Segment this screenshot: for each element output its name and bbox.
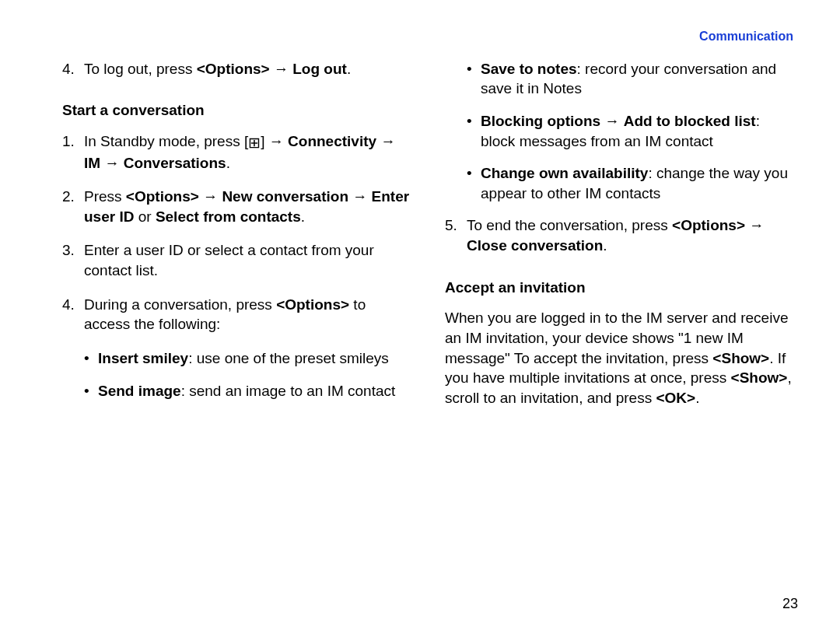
bold: Add to blocked list — [624, 113, 756, 129]
arrow-icon: → — [104, 155, 119, 171]
bold: Connectivity — [288, 133, 376, 149]
step-text: In Standby mode, press [⊞] → Connectivit… — [84, 131, 411, 173]
left-column: 4. To log out, press <Options> → Log out… — [62, 59, 411, 419]
section-header: Communication — [62, 28, 793, 45]
text: . — [603, 237, 607, 254]
bullet-icon: • — [84, 348, 98, 369]
text: . — [695, 390, 699, 406]
bold: <Show> — [712, 350, 769, 366]
bullet-text: Send image: send an image to an IM conta… — [98, 381, 395, 401]
text: . — [301, 208, 305, 225]
bold: Select from contacts — [156, 208, 301, 225]
step-text: Press <Options> → New conversation → Ent… — [84, 187, 411, 226]
step-text: During a conversation, press <Options> t… — [84, 295, 411, 334]
bullet-availability: • Change own availability: change the wa… — [445, 163, 793, 203]
bullet-blocking: • Blocking options → Add to blocked list… — [445, 111, 793, 151]
text: : send an image to an IM contact — [181, 383, 396, 399]
bullet-icon: • — [467, 111, 481, 151]
arrow-icon: → — [274, 61, 289, 77]
step-2: 2. Press <Options> → New conversation → … — [62, 187, 411, 226]
arrow-icon: → — [269, 133, 284, 149]
arrow-icon: → — [352, 188, 367, 205]
text: In Standby mode, press [ — [84, 133, 248, 149]
bullet-insert-smiley: • Insert smiley: use one of the preset s… — [62, 348, 411, 369]
text: ] — [261, 133, 269, 149]
step-5: 5. To end the conversation, press <Optio… — [445, 215, 793, 255]
list-number: 4. — [62, 59, 84, 79]
bold: Close conversation — [467, 237, 603, 254]
text: : use one of the preset smileys — [188, 350, 389, 366]
bold: <OK> — [656, 390, 695, 406]
arrow-icon: → — [380, 133, 395, 149]
bold: Log out — [292, 61, 347, 77]
arrow-icon: → — [749, 217, 764, 233]
menu-key-icon: ⊞ — [248, 133, 261, 153]
list-number: 1. — [62, 131, 84, 173]
text: or — [134, 208, 155, 225]
two-column-layout: 4. To log out, press <Options> → Log out… — [62, 59, 793, 419]
bullet-text: Save to notes: record your conversation … — [481, 59, 793, 99]
text: . — [347, 61, 351, 77]
step-4: 4. During a conversation, press <Options… — [62, 295, 411, 334]
bullet-text: Change own availability: change the way … — [481, 163, 793, 203]
bold: <Show> — [731, 369, 788, 386]
bold: IM — [84, 155, 100, 171]
text: Press — [84, 188, 126, 205]
right-column: • Save to notes: record your conversatio… — [445, 59, 793, 419]
step-1: 1. In Standby mode, press [⊞] → Connecti… — [62, 131, 411, 173]
bold: Conversations — [124, 155, 226, 171]
bullet-send-image: • Send image: send an image to an IM con… — [62, 381, 411, 401]
bold: <Options> — [126, 188, 199, 205]
list-number: 5. — [445, 215, 467, 255]
list-number: 4. — [62, 295, 84, 334]
paragraph-accept: When you are logged in to the IM server … — [445, 308, 793, 408]
bullet-text: Insert smiley: use one of the preset smi… — [98, 348, 389, 369]
bold: <Options> — [276, 296, 349, 313]
step-text: Enter a user ID or select a contact from… — [84, 240, 411, 280]
bold: Save to notes — [481, 61, 577, 77]
arrow-icon: → — [203, 188, 218, 205]
subheading-start-conversation: Start a conversation — [62, 100, 411, 121]
bold: Insert smiley — [98, 350, 188, 366]
bullet-icon: • — [467, 163, 481, 203]
list-number: 3. — [62, 240, 84, 280]
bold: Change own availability — [481, 165, 648, 181]
manual-page: Communication 4. To log out, press <Opti… — [0, 0, 840, 630]
text: To end the conversation, press — [467, 217, 672, 233]
step-text: To end the conversation, press <Options>… — [467, 215, 793, 255]
text: . — [226, 155, 230, 171]
bold: <Options> — [672, 217, 745, 233]
step-text: To log out, press <Options> → Log out. — [84, 59, 411, 79]
bold: Blocking options — [481, 113, 600, 129]
subheading-accept-invitation: Accept an invitation — [445, 278, 793, 298]
bullet-icon: • — [467, 59, 481, 99]
page-number: 23 — [782, 594, 798, 613]
text: During a conversation, press — [84, 296, 276, 313]
bold: Send image — [98, 383, 181, 399]
bold: <Options> — [197, 61, 270, 77]
bullet-save-notes: • Save to notes: record your conversatio… — [445, 59, 793, 99]
bullet-text: Blocking options → Add to blocked list: … — [481, 111, 793, 151]
text: To log out, press — [84, 61, 197, 77]
bold: New conversation — [222, 188, 348, 205]
step-3: 3. Enter a user ID or select a contact f… — [62, 240, 411, 280]
bullet-icon: • — [84, 381, 98, 401]
arrow-icon: → — [604, 113, 619, 129]
step-4-logout: 4. To log out, press <Options> → Log out… — [62, 59, 411, 79]
list-number: 2. — [62, 187, 84, 226]
